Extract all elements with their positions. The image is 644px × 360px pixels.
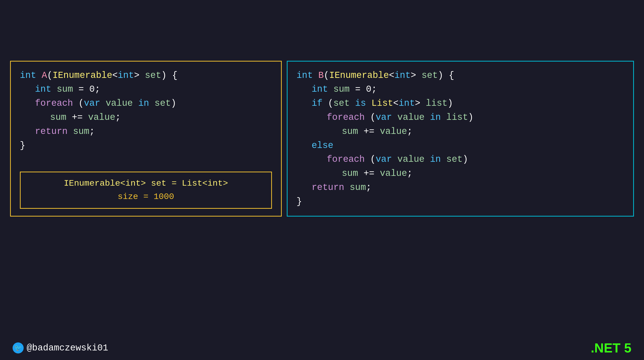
twitter-text: @badamczewski01 — [27, 343, 108, 353]
code-left-line-6: } — [20, 139, 272, 153]
code-right-line-10: } — [297, 195, 624, 209]
code-right-line-6: else — [312, 139, 624, 153]
net5-badge: .NET 5 — [591, 340, 631, 355]
code-left-line-2: int sum = 0; — [35, 82, 272, 96]
code-left-line-5: return sum; — [35, 125, 272, 139]
code-left-line-3: foreach (var value in set) — [35, 96, 272, 111]
twitter-icon: 🐦 — [13, 342, 24, 353]
note-line1: IEnumerable<int> set = List<int> — [27, 177, 265, 190]
code-right-line-5: sum += value; — [342, 125, 624, 139]
code-right-line-8: sum += value; — [342, 167, 624, 181]
code-right-line-9: return sum; — [312, 181, 624, 195]
code-right-line-3: if (set is List<int> list) — [312, 96, 624, 111]
code-left-line-1: int A(IEnumerable<int> set) { — [20, 69, 272, 83]
code-right-line-7: foreach (var value in set) — [327, 152, 624, 167]
code-panel-right: int B(IEnumerable<int> set) { int sum = … — [287, 61, 634, 217]
code-right-line-2: int sum = 0; — [312, 82, 624, 96]
note-line2: size = 1000 — [27, 190, 265, 203]
twitter-handle: 🐦 @badamczewski01 — [13, 342, 108, 353]
code-panel-left: int A(IEnumerable<int> set) { int sum = … — [10, 61, 282, 217]
code-right-line-4: foreach (var value in list) — [327, 111, 624, 125]
footer: 🐦 @badamczewski01 .NET 5 — [13, 340, 631, 355]
note-box: IEnumerable<int> set = List<int> size = … — [20, 172, 272, 209]
panels-row: int A(IEnumerable<int> set) { int sum = … — [10, 61, 634, 217]
code-left: int A(IEnumerable<int> set) { int sum = … — [20, 69, 272, 167]
code-left-line-4: sum += value; — [50, 111, 272, 125]
code-right-line-1: int B(IEnumerable<int> set) { — [297, 69, 624, 83]
